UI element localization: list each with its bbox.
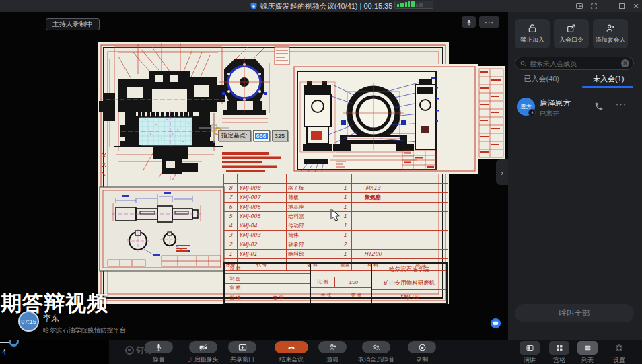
member-more-icon[interactable]: ··· [616, 100, 627, 109]
speaker-layout-icon [526, 344, 534, 352]
shield-lock-icon [250, 2, 258, 11]
pip-icon[interactable] [575, 1, 584, 11]
sidebar-actions: 禁止加入 入会口令 添加参会人 [515, 19, 628, 48]
cad-bom-table: 8YMJ-008格子板1Mn13 7YMJ-007筛板1聚氨酯 6YMJ-006… [223, 174, 448, 271]
sidebar-collapse-chevron[interactable]: › [496, 159, 508, 185]
call-member-icon[interactable] [594, 102, 604, 111]
member-name: 唐泽恩方 [540, 98, 571, 108]
lock-open-icon [527, 23, 538, 34]
network-indicator [394, 1, 433, 9]
add-participant-button[interactable]: 添加参会人 [593, 19, 628, 48]
meeting-title: 魏庆媛发起的视频会议(40/41) | 00:15:35 [260, 1, 393, 11]
cad-title-block: 设 计 制 图 审 核 批 准签 字 比 例1:20 共 张第 张 哈尔滨石油学… [223, 262, 448, 304]
invite-person-icon [328, 343, 337, 352]
window-controls: — ✕ [575, 0, 641, 12]
tab-joined[interactable]: 已入会(40) [508, 73, 575, 89]
share-screen-icon [238, 343, 247, 352]
meeting-app: 魏庆媛发起的视频会议(40/41) | 00:15:35 — ✕ [0, 0, 642, 364]
camera-off-icon [199, 343, 208, 352]
title-block-scale: 比 例1:20 共 张第 张 [311, 264, 372, 303]
people-icon [371, 343, 381, 352]
basepoint-y-input[interactable]: 325 [272, 130, 288, 141]
page-number: 4 [2, 348, 6, 356]
mic-icon [155, 343, 163, 352]
active-tab-indicator [582, 86, 633, 88]
presenter-subtitle: 哈尔滨石油学院疫情防控平台 [43, 326, 127, 335]
list-view-button[interactable]: 列表 [571, 340, 604, 364]
shared-screen-stage: 8YMJ-008格子板1Mn13 7YMJ-007筛板1聚氨酯 6YMJ-006… [0, 12, 508, 340]
settings-button[interactable]: 设置 [602, 340, 636, 364]
player-progress-knob[interactable] [9, 340, 19, 347]
basepoint-label: 指定基点: [218, 130, 251, 141]
cad-corner-stamp [275, 47, 289, 65]
title-block-name: 哈尔滨石油学院 矿山专用物料研磨机 YMJ-00 [372, 264, 446, 303]
title-block-signatures: 设 计 制 图 审 核 批 准签 字 [225, 264, 311, 303]
presenter-avatar: 07:15 [18, 311, 39, 332]
forbid-join-button[interactable]: 禁止加入 [515, 19, 550, 48]
search-clear-icon[interactable]: ✕ [621, 59, 629, 67]
title-bar: 魏庆媛发起的视频会议(40/41) | 00:15:35 — ✕ [0, 0, 642, 12]
bottom-toolbar: 4 钉钉 静音 开启摄像头 共享窗口 结束会议 邀请 取消全员静音 [0, 340, 642, 364]
search-icon [520, 60, 527, 67]
member-status: 已离开 [540, 110, 559, 118]
person-add-icon [605, 23, 616, 34]
gear-icon [614, 343, 624, 353]
basepoint-x-input[interactable]: 666 [253, 130, 270, 141]
member-row[interactable]: 恩方 唐泽恩方 已离开 ··· [508, 94, 642, 122]
player-corner: 4 [0, 340, 109, 364]
cad-basepoint-tooltip: 指定基点: 666 325 [218, 130, 288, 141]
cad-sheet-bearing [291, 64, 505, 174]
meeting-passcode-button[interactable]: 入会口令 [554, 19, 589, 48]
record-icon [418, 343, 427, 352]
presenter-name: 李东 [43, 313, 127, 324]
speaker-view-button[interactable]: 演讲 [513, 340, 546, 364]
recording-badge: 主持人录制中 [46, 18, 100, 30]
fullscreen-icon[interactable] [589, 1, 598, 11]
search-box[interactable]: ✕ [515, 57, 634, 70]
player-progress-line [0, 342, 9, 343]
list-layout-icon [583, 344, 592, 352]
call-all-button[interactable]: 呼叫全部 [515, 304, 634, 322]
maximize-icon[interactable] [617, 1, 627, 11]
close-icon[interactable]: ✕ [631, 1, 641, 11]
meeting-title-wrap: 魏庆媛发起的视频会议(40/41) | 00:15:35 [250, 1, 393, 11]
member-mic-badge [528, 109, 536, 116]
presenter-info: 07:15 李东 哈尔滨石油学院疫情防控平台 [18, 311, 127, 335]
minimize-icon[interactable]: — [603, 1, 612, 11]
hang-up-icon [287, 343, 296, 352]
chat-bubble-icon[interactable] [491, 318, 501, 328]
participants-sidebar: 禁止加入 入会口令 添加参会人 ✕ 已入会(40) 未入会(1) 恩方 [508, 12, 642, 340]
presenter-more-button[interactable]: ··· [479, 16, 499, 28]
bearing-side-view [415, 79, 435, 149]
grid-layout-icon [555, 344, 564, 352]
record-button[interactable]: 录制 [392, 340, 452, 364]
presenter-mic-button[interactable] [462, 16, 476, 28]
cad-sheet-shaft [100, 187, 224, 271]
search-input[interactable] [530, 60, 618, 67]
link-out-icon [566, 23, 577, 34]
